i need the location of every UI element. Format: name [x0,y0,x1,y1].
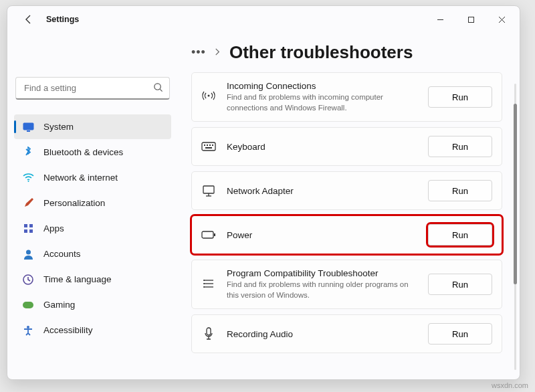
svg-point-31 [203,283,205,284]
list-icon [201,278,216,290]
minimize-button[interactable] [425,9,455,30]
chevron-right-icon [214,47,221,58]
settings-window: Settings System Bluetooth & devices [7,5,520,380]
svg-rect-5 [27,130,30,132]
apps-icon [22,223,34,235]
game-icon [22,299,34,311]
svg-rect-17 [204,144,205,146]
sidebar-item-gaming[interactable]: Gaming [14,292,171,317]
svg-point-30 [203,280,205,281]
sidebar-item-network[interactable]: Network & internet [14,165,171,190]
close-button[interactable] [486,9,517,30]
sidebar-item-label: Time & language [43,274,112,284]
run-button-power[interactable]: Run [428,224,492,246]
troubleshooter-program-compatibility: Program Compatibility Troubleshooter Fin… [191,260,502,309]
troubleshooter-text: Power [227,230,417,240]
troubleshooter-network-adapter: Network Adapter Run [191,171,502,210]
page-header: ••• Other troubleshooters [185,38,518,72]
titlebar: Settings [7,6,520,33]
run-button-keyboard[interactable]: Run [428,136,492,157]
troubleshooter-title: Network Adapter [227,186,417,196]
sidebar-item-bluetooth[interactable]: Bluetooth & devices [14,140,171,165]
monitor-icon [201,185,216,197]
troubleshooter-title: Keyboard [227,142,417,152]
svg-rect-1 [468,17,473,22]
sidebar-item-label: Accounts [43,249,81,259]
svg-rect-33 [207,328,211,335]
sidebar-item-label: Network & internet [43,173,118,183]
troubleshooter-power: Power Run [191,215,502,254]
troubleshooter-recording-audio: Recording Audio Run [191,314,502,353]
sidebar-item-apps[interactable]: Apps [14,216,171,241]
troubleshooter-text: Keyboard [227,142,417,152]
svg-point-6 [27,181,29,182]
run-button-program-compatibility[interactable]: Run [428,274,492,295]
sidebar-item-label: System [43,122,74,132]
sidebar-item-label: Bluetooth & devices [43,147,123,157]
back-button[interactable] [19,10,38,29]
sidebar-item-time[interactable]: Time & language [14,267,171,292]
person-icon [22,248,34,260]
sidebar-item-accessibility[interactable]: Accessibility [14,318,171,342]
troubleshooter-text: Recording Audio [227,329,417,339]
troubleshooter-text: Network Adapter [227,186,417,196]
run-button-network-adapter[interactable]: Run [428,180,492,201]
troubleshooter-title: Power [227,230,417,240]
wifi-icon [22,172,34,184]
troubleshooter-keyboard: Keyboard Run [191,127,502,166]
troubleshooter-text: Program Compatibility Troubleshooter Fin… [227,268,417,300]
sidebar-item-personalization[interactable]: Personalization [14,191,171,215]
sidebar-item-label: Apps [43,223,64,233]
run-button-incoming-connections[interactable]: Run [428,86,492,108]
troubleshooter-list: Incoming Connections Find and fix proble… [185,72,518,373]
sidebar-item-label: Personalization [43,198,105,208]
troubleshooter-text: Incoming Connections Find and fix proble… [227,81,417,113]
svg-point-14 [27,326,29,328]
sidebar-nav: System Bluetooth & devices Network & int… [14,114,171,342]
svg-rect-4 [23,123,33,130]
svg-rect-19 [209,144,211,146]
svg-rect-8 [29,224,33,227]
sidebar-item-label: Accessibility [43,325,93,335]
svg-rect-20 [212,144,213,146]
battery-icon [201,231,216,239]
troubleshooter-description: Find and fix problems with incoming comp… [227,92,417,113]
svg-rect-10 [29,229,33,233]
scrollbar-thumb[interactable] [514,104,517,284]
troubleshooter-incoming-connections: Incoming Connections Find and fix proble… [191,72,502,122]
svg-point-32 [203,286,205,288]
mic-icon [201,327,216,340]
svg-rect-16 [202,142,215,151]
run-button-recording-audio[interactable]: Run [428,323,492,345]
sidebar-item-system[interactable]: System [14,114,171,139]
antenna-icon [201,90,216,104]
bluetooth-icon [22,146,34,159]
clock-icon [22,274,34,286]
breadcrumb-more-button[interactable]: ••• [191,45,206,60]
maximize-button[interactable] [455,9,486,30]
svg-line-3 [160,89,162,91]
svg-rect-21 [205,147,212,149]
troubleshooter-title: Incoming Connections [227,81,417,91]
svg-rect-25 [202,231,213,238]
sidebar-item-accounts[interactable]: Accounts [14,241,171,266]
scrollbar[interactable] [514,84,516,370]
sidebar-item-label: Gaming [43,300,75,310]
troubleshooter-title: Recording Audio [227,329,417,339]
troubleshooter-title: Program Compatibility Troubleshooter [227,268,417,278]
svg-rect-9 [24,229,27,233]
app-title: Settings [46,15,79,24]
search-wrap [15,77,170,100]
svg-rect-18 [207,144,208,146]
keyboard-icon [201,142,216,151]
svg-point-11 [26,250,31,254]
sidebar: System Bluetooth & devices Network & int… [7,33,178,379]
svg-rect-7 [24,224,27,227]
search-input[interactable] [15,77,170,100]
access-icon [22,324,34,336]
display-icon [22,121,34,133]
svg-point-15 [208,95,210,97]
page-title: Other troubleshooters [229,42,413,63]
troubleshooter-description: Find and fix problems with running older… [227,280,417,300]
watermark: wsxdn.com [492,381,528,389]
